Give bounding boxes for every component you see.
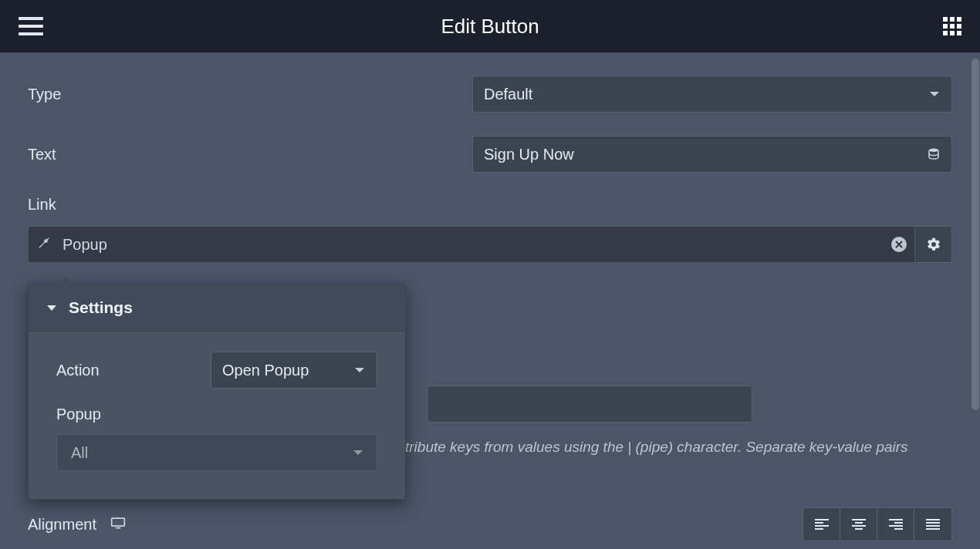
gear-icon — [926, 237, 941, 252]
link-section: Link Popup — [28, 196, 952, 263]
text-label: Text — [28, 146, 472, 163]
attributes-hint-text: tribute keys from values using the | (pi… — [405, 437, 953, 458]
align-right-icon — [888, 518, 904, 530]
align-left-icon — [814, 518, 830, 530]
type-label: Type — [28, 86, 472, 103]
attributes-input-partial[interactable] — [428, 386, 752, 423]
apps-grid-icon[interactable] — [943, 17, 961, 35]
align-justify-icon — [925, 518, 941, 530]
popup-select[interactable]: All — [56, 434, 377, 471]
link-settings-popover: Settings Action Open Popup Popup All — [28, 284, 406, 500]
popover-title: Settings — [69, 298, 133, 317]
action-label: Action — [56, 362, 211, 379]
align-right-button[interactable] — [877, 508, 914, 541]
type-select[interactable]: Default — [472, 76, 952, 113]
link-settings-button[interactable] — [915, 226, 952, 263]
svg-point-0 — [929, 149, 938, 153]
svg-rect-1 — [112, 518, 125, 526]
align-center-icon — [851, 518, 867, 530]
align-center-button[interactable] — [840, 508, 877, 541]
action-select[interactable]: Open Popup — [211, 352, 377, 389]
text-input-value: Sign Up Now — [484, 146, 574, 163]
scrollbar-thumb[interactable] — [972, 59, 979, 410]
responsive-device-icon[interactable] — [110, 517, 126, 532]
align-left-button[interactable] — [803, 508, 840, 541]
close-icon — [895, 241, 903, 248]
database-icon — [927, 147, 941, 161]
chevron-down-icon — [930, 92, 939, 96]
dynamic-data-button[interactable] — [915, 136, 952, 173]
align-justify-button[interactable] — [914, 508, 951, 541]
type-select-value: Default — [484, 86, 532, 103]
chevron-down-icon — [47, 305, 56, 311]
text-input[interactable]: Sign Up Now — [472, 136, 915, 173]
popup-label: Popup — [56, 406, 377, 423]
popover-header[interactable]: Settings — [29, 285, 405, 332]
text-row: Text Sign Up Now — [28, 136, 952, 173]
action-select-value: Open Popup — [222, 362, 309, 379]
link-input[interactable]: Popup — [28, 226, 915, 263]
type-row: Type Default — [28, 76, 952, 113]
hamburger-menu-icon[interactable] — [19, 17, 43, 35]
wrench-icon — [38, 236, 52, 254]
popup-select-value: All — [71, 444, 88, 462]
clear-link-button[interactable] — [891, 237, 907, 252]
main-panel: Type Default Text Sign Up Now Link — [0, 52, 980, 549]
app-header: Edit Button — [0, 0, 980, 52]
alignment-row: Alignment — [28, 507, 952, 541]
page-title: Edit Button — [441, 15, 539, 39]
link-label: Link — [28, 196, 952, 214]
chevron-down-icon — [353, 450, 363, 455]
link-input-value: Popup — [63, 236, 107, 254]
alignment-label: Alignment — [28, 516, 96, 534]
action-row: Action Open Popup — [56, 352, 377, 389]
alignment-button-group — [803, 507, 952, 541]
chevron-down-icon — [355, 368, 364, 372]
